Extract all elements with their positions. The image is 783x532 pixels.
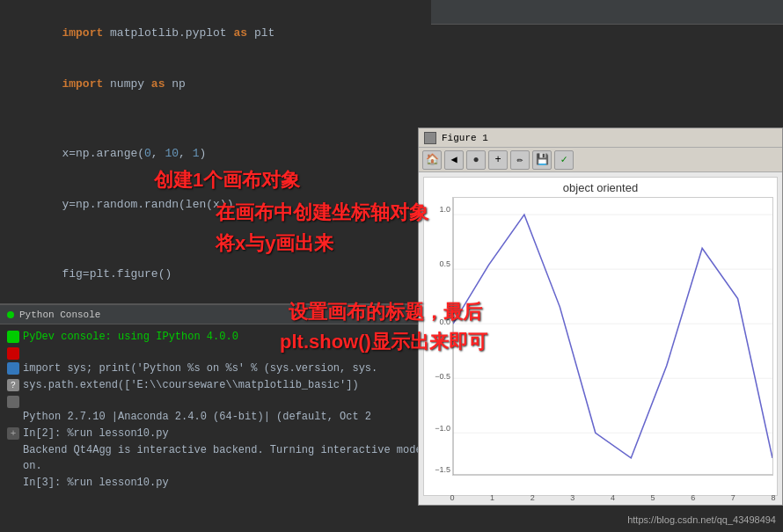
console-icon-green: [7, 331, 19, 343]
code-line-1: import matplotlib.pyplot as plt: [0, 7, 431, 59]
console-line-8: In[3]: %run lesson10.py: [7, 475, 424, 491]
console-text-5: Python 2.7.10 |Anaconda 2.4.0 (64-bit)| …: [7, 409, 424, 425]
plot-title: object oriented: [424, 178, 777, 198]
alias-plt: plt: [247, 26, 274, 40]
plot-svg: [453, 198, 772, 475]
toolbar-pan-btn[interactable]: ✏: [510, 150, 530, 170]
code-line-2: import numpy as np: [0, 59, 431, 111]
console-line-5: Python 2.7.10 |Anaconda 2.4.0 (64-bit)| …: [7, 409, 424, 425]
xtick-7: 7: [731, 493, 735, 502]
code-randn: y=np.random.randn(len(x)): [62, 198, 233, 211]
plot-line: [453, 215, 772, 458]
console-title: Python Console: [19, 310, 100, 320]
annotation-2: 在画布中创建坐标轴对象: [216, 198, 428, 227]
toolbar-back-btn[interactable]: ◀: [444, 150, 464, 170]
toolbar-zoom-btn[interactable]: +: [488, 150, 508, 170]
num-10: 10: [165, 147, 179, 160]
code-content-1: import matplotlib.pyplot as plt: [7, 7, 424, 59]
alias-np: np: [165, 77, 185, 91]
console-text-7: Backend Qt4Agg is interactive backend. T…: [7, 442, 424, 474]
xtick-3: 3: [570, 493, 574, 502]
num-0: 0: [144, 147, 151, 160]
annotation-3: 将x与y画出来: [216, 229, 333, 258]
as-keyword-1: as: [233, 26, 247, 40]
xtick-6: 6: [691, 493, 695, 502]
annotation-1: 创建1个画布对象: [154, 165, 300, 194]
xtick-0: 0: [450, 493, 454, 502]
xtick-8: 8: [771, 493, 775, 502]
figure-toolbar[interactable]: 🏠 ◀ ● + ✏ 💾 ✓: [419, 148, 782, 172]
console-icon-question: ?: [7, 379, 19, 391]
ytick-neg1.0: −1.0: [435, 424, 450, 433]
ytick-1.0: 1.0: [439, 205, 450, 214]
plot-canvas: [452, 197, 773, 476]
code-arange: x=np.arange(: [62, 147, 144, 160]
code-content-2: import numpy as np: [7, 59, 424, 111]
ytick-neg0.5: −0.5: [435, 372, 450, 381]
code-figure: fig=plt.figure(): [62, 267, 172, 281]
figure-titlebar: Figure 1: [419, 128, 782, 148]
comma-2: ,: [179, 147, 193, 160]
console-text-6: In[2]: %run lesson10.py: [23, 426, 424, 441]
console-text-3: sys.path.extend(['E:\\courseware\\matplo…: [23, 377, 424, 393]
toolbar-fwd-btn[interactable]: ●: [466, 150, 486, 170]
as-keyword-2: as: [151, 77, 165, 91]
console-icon-blue: [7, 362, 19, 375]
annotation-4: 设置画布的标题，最后: [289, 297, 482, 326]
console-line-2: import sys; print('Python %s on %s' % (s…: [7, 361, 424, 376]
console-text-2: import sys; print('Python %s on %s' % (s…: [23, 361, 424, 376]
toolbar-home-btn[interactable]: 🏠: [422, 150, 442, 170]
xtick-1: 1: [490, 493, 494, 502]
code-line-blank-1: [0, 110, 431, 128]
xtick-5: 5: [651, 493, 655, 502]
ytick-0.5: 0.5: [439, 259, 450, 268]
module-name-2: numpy: [103, 77, 151, 91]
annotation-5: plt.show()显示出来即可: [280, 327, 487, 356]
toolbar-check-btn[interactable]: ✓: [554, 150, 574, 170]
console-text-8: In[3]: %run lesson10.py: [7, 475, 424, 491]
watermark: https://blog.csdn.net/qq_43498494: [627, 514, 776, 525]
keyword-import-1: import: [62, 26, 103, 40]
console-line-7: Backend Qt4Agg is interactive backend. T…: [7, 442, 424, 474]
toolbar-save-btn[interactable]: 💾: [532, 150, 552, 170]
keyword-import-2: import: [62, 77, 103, 91]
console-status-dot: [7, 311, 14, 318]
console-line-3: ? sys.path.extend(['E:\\courseware\\matp…: [7, 377, 424, 393]
console-line-4: [7, 394, 424, 408]
watermark-text: https://blog.csdn.net/qq_43498494: [627, 514, 776, 525]
module-name-1: matplotlib.pyplot: [103, 26, 233, 40]
console-line-6: + In[2]: %run lesson10.py: [7, 426, 424, 441]
console-icon-image: [7, 396, 19, 408]
console-icon-plus: +: [7, 427, 19, 440]
close-1: ): [200, 147, 207, 160]
num-1: 1: [193, 147, 200, 160]
xtick-2: 2: [531, 493, 535, 502]
figure-title: Figure 1: [442, 133, 488, 143]
console-icon-red: [7, 347, 19, 360]
ytick-neg1.5: −1.5: [435, 465, 450, 474]
xtick-4: 4: [611, 493, 615, 502]
comma-1: ,: [151, 147, 165, 160]
figure-window-icon: [424, 132, 436, 144]
